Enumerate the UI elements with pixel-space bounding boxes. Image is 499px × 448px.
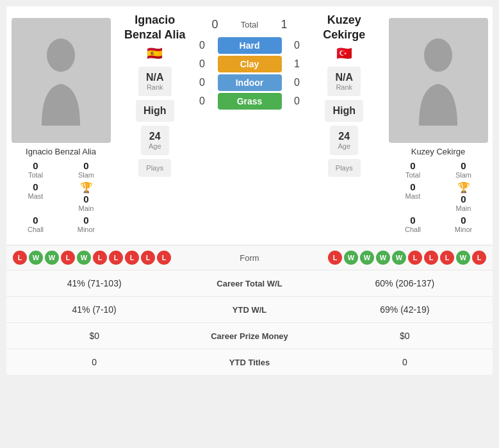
left-chall-label: Chall (12, 226, 60, 233)
form-badge: W (392, 251, 406, 265)
stats-right-value: $0 (327, 331, 482, 341)
right-total-label: Total (389, 171, 437, 179)
left-plays-label: Plays (146, 164, 163, 172)
left-flag: 🇪🇸 (147, 46, 163, 61)
left-chall-cell: 0 Chall (12, 215, 60, 233)
form-badge: W (77, 251, 91, 265)
surface-badge-indoor: Indoor (218, 74, 282, 91)
right-total-cell: 0 Total (389, 160, 437, 179)
left-rank-value: N/A (146, 72, 164, 83)
left-mast-value: 0 (12, 181, 60, 192)
player-comparison: Ignacio Benzal Alia 0 Total 0 Slam 0 Mas… (6, 6, 493, 245)
left-total-score: 0 (208, 18, 223, 31)
left-form-badges: LWWLWLLLLL (13, 251, 228, 265)
surface-badge-hard: Hard (218, 37, 282, 54)
right-minor-label: Minor (439, 226, 487, 233)
left-main-label: Main (62, 204, 110, 212)
left-player-name: Ignacio Benzal Alia (26, 147, 96, 156)
left-slam-value: 0 (62, 160, 110, 171)
right-rank-label: Rank (335, 83, 353, 91)
surface-row-grass: 0Grass0 (195, 93, 305, 110)
surface-right-score: 1 (290, 58, 305, 70)
left-total-value: 0 (12, 160, 60, 171)
stats-right-value: 0 (327, 357, 482, 367)
right-player-avatar: Kuzey Cekirge 0 Total 0 Slam 0 Mast 🏆 0 (384, 13, 493, 238)
left-minor-value: 0 (62, 215, 110, 226)
left-rank-label: Rank (146, 83, 164, 91)
right-mast-value: 0 (389, 181, 437, 192)
stats-left-value: $0 (17, 331, 172, 341)
right-main-value: 0 (439, 194, 487, 204)
right-mast-cell: 0 Mast (389, 181, 437, 212)
stats-left-value: 41% (71-103) (17, 278, 172, 288)
form-badge: L (13, 251, 27, 265)
right-rank-box: N/A Rank (327, 67, 361, 96)
left-mast-cell: 0 Mast (12, 181, 60, 212)
left-main-value: 0 (62, 194, 110, 204)
stats-row: 41% (7-10) YTD W/L 69% (42-19) (6, 296, 493, 322)
form-badge: W (360, 251, 374, 265)
right-slam-value: 0 (439, 160, 487, 171)
right-total-value: 0 (389, 160, 437, 171)
stats-left-value: 0 (17, 357, 172, 367)
surface-row-hard: 0Hard0 (195, 37, 305, 54)
left-plays-box: Plays (138, 159, 171, 177)
form-badge: L (141, 251, 155, 265)
left-slam-cell: 0 Slam (62, 160, 110, 179)
right-stats-grid: 0 Total 0 Slam 0 Mast 🏆 0 Main 0 (389, 160, 487, 233)
total-row: 0 Total 1 (208, 18, 292, 31)
right-slam-cell: 0 Slam (439, 160, 487, 179)
form-badge: L (61, 251, 75, 265)
right-trophy-icon: 🏆 (457, 182, 470, 193)
form-badge: L (472, 251, 486, 265)
form-label: Form (231, 253, 269, 263)
left-avatar-image (12, 18, 111, 143)
form-badge: L (109, 251, 123, 265)
right-form-badges: LWWWWLLLWL (272, 251, 487, 265)
stats-center-label: YTD W/L (172, 305, 327, 315)
right-avatar-silhouette (413, 36, 464, 126)
left-age-box: 24 Age (141, 126, 169, 155)
right-high-box: High (325, 100, 363, 122)
left-mast-label: Mast (12, 192, 60, 200)
surface-left-score: 0 (195, 95, 210, 107)
left-player-avatar: Ignacio Benzal Alia 0 Total 0 Slam 0 Mas… (6, 13, 115, 238)
right-slam-label: Slam (439, 171, 487, 179)
right-total-score: 1 (277, 18, 292, 31)
form-badge: L (328, 251, 342, 265)
form-badge: L (125, 251, 139, 265)
left-age-label: Age (149, 142, 161, 150)
surface-badge-clay: Clay (218, 56, 282, 72)
form-badge: W (45, 251, 59, 265)
right-chall-cell: 0 Chall (389, 215, 437, 233)
right-main-label: Main (439, 204, 487, 212)
surface-right-score: 0 (290, 95, 305, 107)
form-badge: L (93, 251, 107, 265)
right-high-value: High (332, 105, 356, 117)
right-minor-cell: 0 Minor (439, 215, 487, 233)
main-container: Ignacio Benzal Alia 0 Total 0 Slam 0 Mas… (6, 6, 493, 375)
stats-right-value: 60% (206-137) (327, 278, 482, 288)
stats-right-value: 69% (42-19) (327, 304, 482, 315)
left-name-header: Ignacio Benzal Alia (118, 13, 192, 43)
stats-left-value: 41% (7-10) (17, 304, 172, 315)
left-total-label: Total (12, 171, 60, 179)
right-middle-stats: Kuzey Cekirge 🇹🇷 N/A Rank High 24 Age Pl… (305, 13, 384, 238)
surface-row-indoor: 0Indoor0 (195, 74, 305, 91)
surface-badge-grass: Grass (218, 93, 282, 110)
left-rank-box: N/A Rank (138, 67, 172, 96)
left-avatar-silhouette (35, 36, 86, 126)
right-plays-label: Plays (336, 164, 353, 172)
left-minor-cell: 0 Minor (62, 215, 110, 233)
stats-center-label: Career Total W/L (172, 279, 327, 288)
left-stats-grid: 0 Total 0 Slam 0 Mast 🏆 0 Main 0 (12, 160, 110, 233)
right-player-name: Kuzey Cekirge (411, 147, 466, 156)
right-main-cell: 🏆 0 Main (439, 181, 487, 212)
right-age-box: 24 Age (330, 126, 358, 155)
surface-left-score: 0 (195, 58, 210, 70)
right-name-header: Kuzey Cekirge (307, 13, 382, 43)
total-label: Total (231, 20, 269, 29)
svg-point-0 (47, 38, 75, 72)
right-flag: 🇹🇷 (336, 46, 352, 61)
right-rank-value: N/A (335, 72, 353, 83)
